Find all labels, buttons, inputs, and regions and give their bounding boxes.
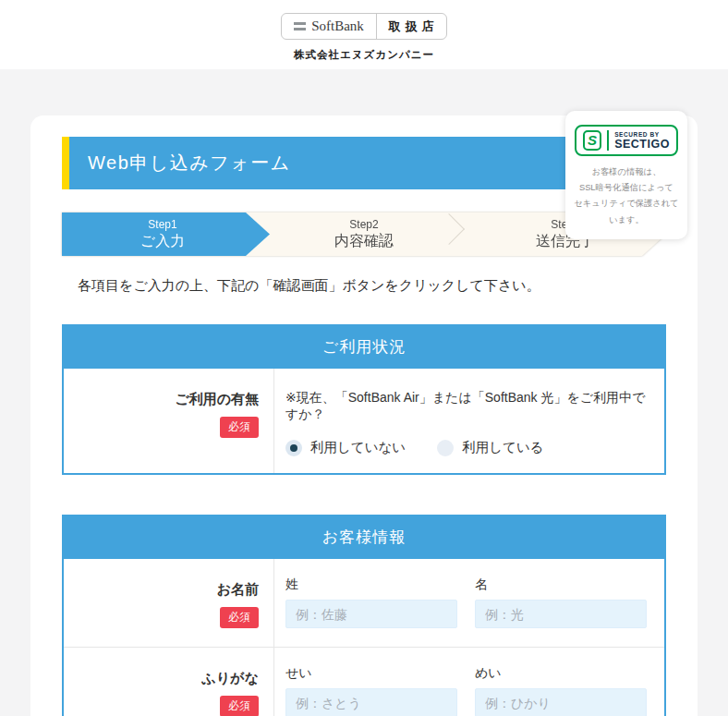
- dealer-tag: 取扱店: [376, 14, 446, 39]
- usage-question: ※現在、「SoftBank Air」または「SoftBank 光」をご利用中です…: [285, 390, 649, 423]
- name-row: お名前 必須 姓 名: [64, 559, 664, 647]
- kana-row-label: ふりがな: [64, 670, 259, 687]
- last-kana-label: せい: [285, 665, 457, 682]
- name-row-label-cell: お名前 必須: [64, 559, 274, 647]
- first-name-label: 名: [475, 576, 647, 593]
- radio-option-label: 利用している: [462, 439, 543, 456]
- section-customer-title: お客様情報: [64, 516, 664, 559]
- softbank-bars-icon: [294, 22, 306, 30]
- last-kana-field-group: せい: [285, 659, 457, 716]
- section-usage: ご利用状況 ご利用の有無 必須 ※現在、「SoftBank Air」または「So…: [62, 324, 666, 475]
- first-name-field-group: 名: [475, 570, 647, 628]
- usage-row-label: ご利用の有無: [64, 391, 259, 408]
- secured-by-label: SECURED BY: [614, 131, 660, 138]
- sectigo-security-badge[interactable]: S SECURED BY SECTIGO お客様の情報は、 SSL暗号化通信によ…: [565, 111, 687, 239]
- kana-row: ふりがな 必須 せい めい: [64, 647, 664, 716]
- section-usage-title: ご利用状況: [64, 326, 664, 369]
- usage-radio-group: 利用していない 利用している: [285, 439, 649, 456]
- softbank-logo: SoftBank: [282, 14, 376, 39]
- radio-option-label: 利用していない: [310, 439, 406, 456]
- name-row-input-cell: 姓 名: [274, 559, 664, 647]
- last-name-input[interactable]: [285, 600, 457, 628]
- required-badge: 必須: [220, 607, 259, 628]
- radio-option-using[interactable]: 利用している: [437, 439, 543, 456]
- radio-unselected-icon[interactable]: [437, 440, 454, 456]
- last-name-field-group: 姓: [285, 570, 457, 628]
- step-1-tab: Step1 ご入力: [62, 212, 263, 256]
- ssl-description: お客様の情報は、 SSL暗号化通信によって セキュリティで保護されています。: [573, 164, 680, 228]
- required-badge: 必須: [220, 417, 259, 438]
- softbank-wordmark: SoftBank: [311, 18, 364, 34]
- company-name: 株式会社エヌズカンパニー: [0, 48, 728, 62]
- radio-selected-icon[interactable]: [285, 440, 302, 456]
- last-name-label: 姓: [285, 576, 457, 593]
- first-name-input[interactable]: [475, 600, 647, 628]
- seal-divider: [607, 130, 609, 151]
- page-title: Web申し込みフォーム: [88, 151, 291, 176]
- usage-row: ご利用の有無 必須 ※現在、「SoftBank Air」または「SoftBank…: [64, 369, 664, 473]
- kana-row-label-cell: ふりがな 必須: [64, 648, 274, 716]
- kana-row-input-cell: せい めい: [274, 648, 664, 716]
- sectigo-brand-label: SECTIGO: [614, 138, 670, 151]
- last-kana-input[interactable]: [285, 688, 457, 716]
- sectigo-seal: S SECURED BY SECTIGO: [575, 125, 678, 156]
- first-kana-input[interactable]: [475, 688, 647, 716]
- usage-row-label-cell: ご利用の有無 必須: [64, 369, 274, 473]
- required-badge: 必須: [220, 696, 259, 716]
- name-row-label: お名前: [64, 581, 259, 599]
- form-instruction: 各項目をご入力の上、下記の「確認画面」ボタンをクリックして下さい。: [78, 277, 666, 295]
- site-header: SoftBank 取扱店 株式会社エヌズカンパニー: [0, 0, 728, 69]
- section-customer: お客様情報 お名前 必須 姓 名: [62, 515, 666, 716]
- sectigo-logo-icon: S: [583, 130, 601, 151]
- radio-option-not-using[interactable]: 利用していない: [285, 439, 406, 456]
- first-kana-field-group: めい: [475, 659, 647, 716]
- first-kana-label: めい: [475, 665, 647, 682]
- usage-row-input-cell: ※現在、「SoftBank Air」または「SoftBank 光」をご利用中です…: [274, 369, 664, 473]
- step-2-tab: Step2 内容確認: [263, 212, 465, 256]
- softbank-dealer-logo: SoftBank 取扱店: [281, 13, 447, 40]
